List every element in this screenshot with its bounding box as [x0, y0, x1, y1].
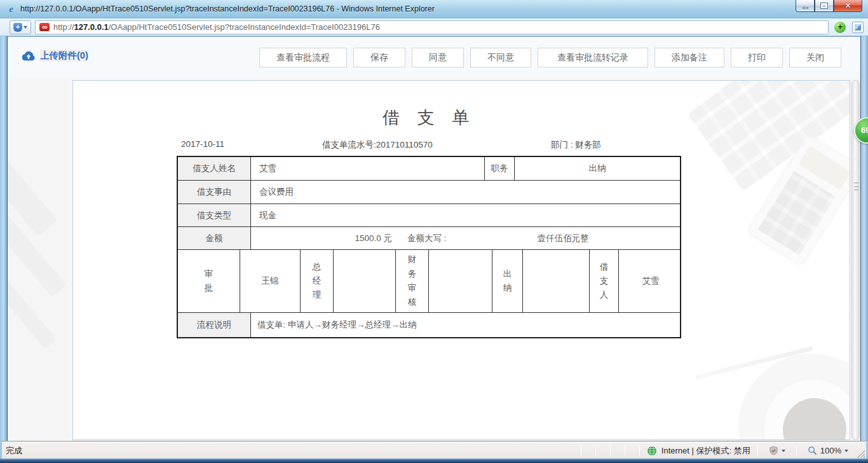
- maximize-icon: [821, 3, 827, 8]
- toolbar-buttons: 查看审批流程 保存 同意 不同意 查看审批流转记录 添加备注 打印 关闭: [259, 48, 841, 67]
- approver-name: 王锦: [240, 250, 301, 312]
- window-border-left: [0, 36, 8, 442]
- coffee-photo: [783, 398, 846, 440]
- borrower-name-label: 借支人姓名: [178, 157, 251, 180]
- saucer-photo: [738, 354, 850, 440]
- print-button[interactable]: 打印: [731, 48, 783, 67]
- magnifier-icon: [808, 446, 817, 455]
- general-manager-sign-cell[interactable]: [334, 250, 396, 312]
- finance-audit-label: 财务审核: [396, 250, 429, 312]
- flow-label: 流程说明: [178, 313, 251, 337]
- table-row: 借支人姓名 艾雪 职务 出纳: [178, 157, 680, 181]
- chevron-down-icon: [844, 450, 848, 452]
- page-icon: [852, 22, 864, 33]
- approval-label: 审批: [178, 250, 240, 312]
- zoom-level: 100%: [820, 446, 841, 455]
- view-approval-flow-button[interactable]: 查看审批流程: [259, 48, 347, 67]
- amount-label: 金额: [178, 227, 251, 249]
- agree-button[interactable]: 同意: [412, 48, 464, 67]
- window-border-bottom: [0, 459, 868, 463]
- window-border-right: [860, 36, 868, 442]
- close-page-button[interactable]: 关闭: [789, 48, 841, 67]
- form-table: 借支人姓名 艾雪 职务 出纳 借支事由 会议费用 借支类型 现金: [177, 156, 681, 338]
- document-area: 借 支 单 2017-10-11 借支单流水号:201710110570 部门 …: [8, 78, 860, 442]
- cashier-sign-cell[interactable]: [523, 250, 590, 312]
- cashier-label: 出纳: [492, 250, 523, 312]
- amount-words-label: 金额大写 :: [407, 233, 447, 244]
- flow-value: 借支单: 申请人→财务经理→总经理→出纳: [251, 313, 680, 337]
- security-zone: Internet | 保护模式: 禁用: [647, 445, 750, 457]
- disagree-button[interactable]: 不同意: [470, 48, 531, 67]
- minimize-icon: [803, 7, 808, 9]
- upload-attachment-label: 上传附件(0): [40, 50, 88, 62]
- table-row: 流程说明 借支单: 申请人→财务经理→总经理→出纳: [178, 313, 680, 337]
- approval-row: 审批 王锦 总经理 财务审核 出纳 借支人 艾雪: [178, 250, 680, 313]
- zoom-control[interactable]: 100%: [804, 446, 852, 455]
- address-input[interactable]: co http://127.0.0.1/OAapp/HtTrace0510Ser…: [35, 20, 829, 34]
- amount-value[interactable]: 1500.0 元: [251, 233, 392, 244]
- amount-words-value: 壹仟伍佰元整: [447, 233, 680, 244]
- finance-audit-sign-cell[interactable]: [429, 250, 492, 312]
- general-manager-label: 总经理: [301, 250, 334, 312]
- minimize-button[interactable]: [796, 0, 815, 12]
- table-row: 金额 1500.0 元 金额大写 : 壹仟伍佰元整: [178, 227, 680, 250]
- refresh-button[interactable]: +: [832, 20, 848, 35]
- compatibility-view-button[interactable]: [850, 20, 865, 35]
- form-page: 借 支 单 2017-10-11 借支单流水号:201710110570 部门 …: [72, 80, 850, 440]
- cloud-upload-icon: [22, 51, 36, 61]
- favorites-add-button[interactable]: +: [10, 20, 31, 34]
- ie-logo-icon: e: [6, 4, 17, 15]
- action-toolbar: 上传附件(0) 查看审批流程 保存 同意 不同意 查看审批流转记录 添加备注 打…: [8, 37, 860, 78]
- status-text: 完成: [6, 445, 22, 457]
- table-row: 借支事由 会议费用: [178, 181, 680, 204]
- save-button[interactable]: 保存: [353, 48, 405, 67]
- add-remark-button[interactable]: 添加备注: [654, 48, 724, 67]
- address-bar: + co http://127.0.0.1/OAapp/HtTrace0510S…: [0, 18, 868, 36]
- type-label: 借支类型: [178, 204, 251, 226]
- globe-icon: [647, 446, 657, 456]
- site-favicon-icon: co: [39, 23, 50, 31]
- status-bar: 完成 Internet | 保护模式: 禁用 100: [2, 442, 866, 459]
- window-title: http://127.0.0.1/OAapp/HtTrace0510Servle…: [20, 4, 435, 13]
- close-icon: ✕: [844, 1, 851, 10]
- page-content: 上传附件(0) 查看审批流程 保存 同意 不同意 查看审批流转记录 添加备注 打…: [8, 36, 860, 442]
- upload-attachment-link[interactable]: 上传附件(0): [22, 50, 88, 62]
- keyboard-photo: [688, 80, 850, 191]
- amount-cell: 1500.0 元 金额大写 : 壹仟伍佰元整: [251, 227, 680, 249]
- background-photo-right: [684, 81, 850, 439]
- borrower-sign-value: 艾雪: [619, 250, 682, 312]
- view-approval-records-button[interactable]: 查看审批流转记录: [538, 48, 648, 67]
- table-row: 借支类型 现金: [178, 204, 680, 227]
- protected-mode-menu-button[interactable]: [765, 446, 789, 455]
- zone-text: Internet | 保护模式: 禁用: [661, 445, 750, 457]
- shield-plus-icon: +: [13, 23, 22, 32]
- borrower-label: 借支人: [590, 250, 619, 312]
- duty-value[interactable]: 出纳: [515, 157, 680, 180]
- type-value[interactable]: 现金: [251, 204, 680, 226]
- close-button[interactable]: ✕: [834, 0, 862, 12]
- borrower-name-value[interactable]: 艾雪: [251, 157, 485, 180]
- browser-window: e http://127.0.0.1/OAapp/HtTrace0510Serv…: [0, 0, 868, 463]
- plus-circle-icon: +: [834, 22, 846, 33]
- reason-value[interactable]: 会议费用: [251, 181, 680, 204]
- form-title: 借 支 单: [177, 106, 681, 129]
- shield-check-icon: [769, 446, 778, 455]
- form-meta-row: 2017-10-11 借支单流水号:201710110570 部门 : 财务部: [177, 139, 681, 153]
- form-serial-number: 借支单流水号:201710110570: [322, 139, 433, 151]
- form-department: 部门 : 财务部: [551, 139, 601, 151]
- calculator-photo: [745, 132, 850, 268]
- background-photo-left: [8, 103, 72, 370]
- resize-grip-icon[interactable]: [856, 449, 865, 458]
- duty-label: 职务: [485, 157, 515, 180]
- reason-label: 借支事由: [178, 181, 251, 204]
- form-date: 2017-10-11: [181, 139, 224, 149]
- url-text: http://127.0.0.1/OAapp/HtTrace0510Servle…: [53, 22, 380, 32]
- chevron-down-icon: [24, 26, 27, 29]
- borrow-form: 借 支 单 2017-10-11 借支单流水号:201710110570 部门 …: [177, 106, 681, 338]
- title-bar: e http://127.0.0.1/OAapp/HtTrace0510Serv…: [0, 0, 868, 18]
- cup-photo: [761, 376, 850, 440]
- chevron-down-icon: [782, 450, 785, 452]
- maximize-button[interactable]: [815, 0, 834, 12]
- scrollbar-grip-icon[interactable]: [854, 183, 858, 190]
- window-controls: ✕: [796, 0, 862, 12]
